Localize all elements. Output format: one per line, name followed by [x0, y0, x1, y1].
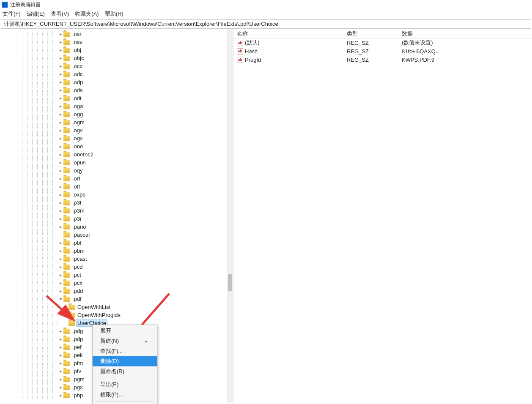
chevron-down-icon[interactable]: ▾ [58, 297, 63, 301]
context-menu-item[interactable]: 新建(N)▸ [93, 336, 157, 346]
tree-item[interactable]: ▸.oqy [2, 167, 233, 175]
chevron-right-icon[interactable]: ▸ [58, 240, 63, 245]
chevron-right-icon[interactable]: ▸ [58, 80, 63, 85]
chevron-right-icon[interactable]: ▸ [58, 257, 63, 261]
tree-item[interactable]: ▸.ocx [2, 62, 233, 70]
chevron-right-icon[interactable]: ▸ [58, 88, 63, 93]
tree-item[interactable]: ▸.p3r [2, 215, 233, 223]
tree-item[interactable]: ▸.ods [2, 86, 233, 94]
chevron-right-icon[interactable]: ▸ [58, 136, 63, 141]
chevron-right-icon[interactable]: ▸ [58, 56, 63, 60]
context-menu-item[interactable]: 权限(P)... [93, 390, 157, 400]
chevron-right-icon[interactable]: ▸ [58, 265, 63, 269]
chevron-right-icon[interactable]: ▸ [58, 273, 63, 277]
tree-item[interactable]: ▸.one [2, 142, 233, 150]
tree-item[interactable]: ▸.orf [2, 175, 233, 183]
value-row[interactable]: ab(默认)REG_SZ(数值未设置) [233, 38, 532, 47]
value-header[interactable]: 名称 类型 数据 [233, 29, 532, 38]
tree-item[interactable]: ▸.ogm [2, 118, 233, 126]
chevron-right-icon[interactable]: ▸ [58, 104, 63, 109]
chevron-right-icon[interactable]: ▸ [58, 281, 63, 285]
chevron-right-icon[interactable]: ▸ [58, 329, 63, 333]
chevron-right-icon[interactable]: ▸ [58, 176, 63, 181]
address-bar[interactable]: 计算机\HKEY_CURRENT_USER\Software\Microsoft… [1, 19, 531, 29]
tree-item[interactable]: ▸.obj [2, 46, 233, 54]
tree-item[interactable]: ▸.pbf [2, 239, 233, 247]
chevron-right-icon[interactable]: ▸ [58, 216, 63, 221]
col-data[interactable]: 数据 [398, 29, 532, 38]
chevron-right-icon[interactable]: ▸ [58, 200, 63, 205]
chevron-right-icon[interactable]: ▸ [58, 361, 63, 366]
chevron-right-icon[interactable]: ▸ [58, 369, 63, 374]
tree-item[interactable]: ▸.ogx [2, 134, 233, 142]
tree-item[interactable]: ▸.pcast [2, 255, 233, 263]
chevron-right-icon[interactable]: ▸ [58, 64, 63, 68]
context-menu-item[interactable]: 导出(E) [93, 379, 157, 390]
menu-view[interactable]: 查看(V) [51, 10, 69, 18]
menu-file[interactable]: 文件(F) [3, 10, 21, 18]
context-menu-item[interactable]: 重命名(R) [93, 366, 157, 377]
context-menu-item[interactable]: 查找(F)... [93, 346, 157, 356]
menu-help[interactable]: 帮助(H) [105, 10, 123, 18]
chevron-right-icon[interactable]: ▸ [58, 48, 63, 52]
tree-item[interactable]: ▸.oxps [2, 191, 233, 199]
scroll-thumb[interactable] [228, 274, 232, 291]
tree-item[interactable]: ▸.pcx [2, 279, 233, 287]
chevron-right-icon[interactable]: ▸ [58, 393, 63, 398]
chevron-right-icon[interactable]: ▸ [58, 208, 63, 213]
context-menu-item[interactable]: 删除(D) [93, 356, 157, 366]
chevron-right-icon[interactable]: ▸ [58, 160, 63, 165]
menu-edit[interactable]: 编辑(E) [27, 10, 45, 18]
chevron-right-icon[interactable]: ▸ [58, 377, 63, 382]
col-name[interactable]: 名称 [233, 29, 343, 38]
chevron-right-icon[interactable]: ▸ [58, 152, 63, 157]
menu-favorites[interactable]: 收藏夹(A) [75, 10, 99, 18]
tree-item[interactable]: ▸.otf [2, 183, 233, 191]
chevron-right-icon[interactable]: ▸ [58, 184, 63, 189]
chevron-right-icon[interactable]: ▸ [58, 40, 63, 44]
chevron-right-icon[interactable]: ▸ [58, 128, 63, 133]
tree-item[interactable]: ▸.ogv [2, 126, 233, 134]
tree-scrollbar[interactable] [227, 29, 233, 403]
chevron-right-icon[interactable]: ▸ [58, 32, 63, 36]
tree-item[interactable]: ▸.onetoc2 [2, 150, 233, 158]
chevron-right-icon[interactable]: ▸ [58, 120, 63, 125]
chevron-right-icon[interactable]: ▸ [58, 289, 63, 293]
tree-item[interactable]: ▸.objc [2, 54, 233, 62]
chevron-right-icon[interactable]: ▸ [58, 248, 63, 253]
tree-item[interactable]: ▸.pcd [2, 263, 233, 271]
tree-item[interactable]: ·OpenWithList [2, 303, 233, 311]
tree-item[interactable]: ▾.pdf [2, 295, 233, 303]
chevron-right-icon[interactable]: ▸ [58, 112, 63, 117]
tree-item[interactable]: ▸.pbm [2, 247, 233, 255]
value-row[interactable]: abHashREG_SZ81fc+i6QAXQ= [233, 47, 532, 55]
chevron-right-icon[interactable]: ▸ [58, 385, 63, 390]
tree-item[interactable]: ▸.nsr [2, 30, 233, 38]
chevron-right-icon[interactable]: ▸ [58, 353, 63, 358]
tree-item[interactable]: ▸.odp [2, 78, 233, 86]
chevron-right-icon[interactable]: ▸ [58, 72, 63, 76]
tree-item[interactable]: ▸.p3m [2, 207, 233, 215]
tree-item[interactable]: ▸.odt [2, 94, 233, 102]
chevron-right-icon[interactable]: ▸ [58, 144, 63, 149]
chevron-right-icon[interactable]: ▸ [58, 96, 63, 101]
tree-item[interactable]: ·OpenWithProgids [2, 311, 233, 319]
tree-item[interactable]: ▸.opus [2, 158, 233, 167]
tree-item[interactable]: ▸.ogg [2, 110, 233, 118]
context-menu-item[interactable]: 展开 [93, 326, 157, 336]
value-row[interactable]: abProgIdREG_SZKWPS.PDF.9 [233, 55, 532, 64]
chevron-right-icon[interactable]: ▸ [58, 168, 63, 173]
chevron-right-icon[interactable]: ▸ [58, 224, 63, 229]
tree-item[interactable]: ▸.oga [2, 102, 233, 110]
tree-item[interactable]: ▸.p3l [2, 199, 233, 207]
chevron-right-icon[interactable]: ▸ [58, 192, 63, 197]
chevron-right-icon[interactable]: ▸ [58, 345, 63, 349]
tree-item[interactable]: ▸.odc [2, 70, 233, 78]
tree-item[interactable]: ·.pascal [2, 231, 233, 239]
chevron-right-icon[interactable]: ▸ [58, 337, 63, 341]
tree-item[interactable]: ▸.nsv [2, 38, 233, 46]
tree-item[interactable]: ▸.pdd [2, 287, 233, 295]
col-type[interactable]: 类型 [343, 29, 398, 38]
tree-item[interactable]: ▸.pct [2, 271, 233, 279]
tree-item[interactable]: ▸.pano [2, 223, 233, 231]
